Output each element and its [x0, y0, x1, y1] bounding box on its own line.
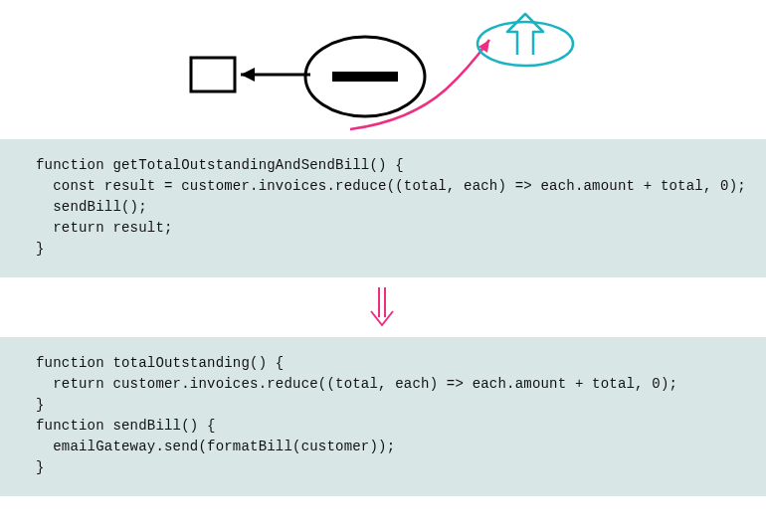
code-after-block: function totalOutstanding() { return cus…	[0, 337, 766, 496]
code-before-block: function getTotalOutstandingAndSendBill(…	[0, 139, 766, 277]
down-double-arrow-icon	[371, 287, 393, 325]
dashed-oval-revert-icon	[478, 22, 573, 66]
revert-arrow-icon	[507, 14, 543, 55]
oval-bar-icon	[332, 72, 398, 82]
rectangle-box-icon	[191, 58, 235, 91]
arrow-left-head-icon	[241, 68, 255, 82]
transition-arrow-area	[0, 277, 766, 337]
refactoring-diagram	[0, 0, 766, 139]
